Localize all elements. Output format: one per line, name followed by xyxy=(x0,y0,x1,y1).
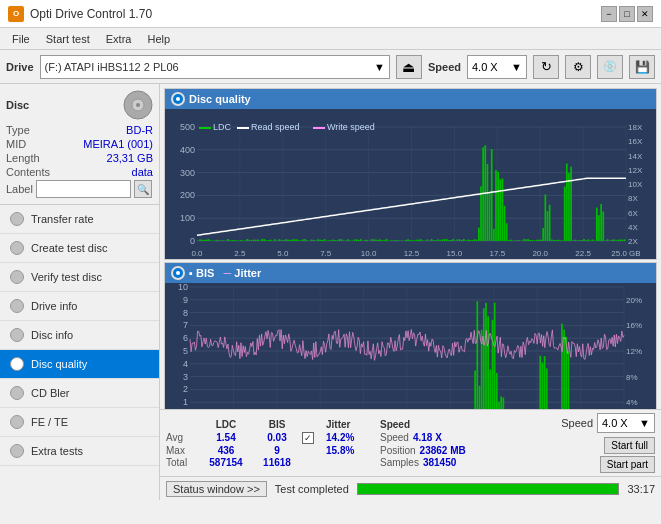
sidebar-item-disc-quality-label: Disc quality xyxy=(31,358,87,370)
sidebar-item-drive-info[interactable]: Drive info xyxy=(0,292,159,321)
status-time: 33:17 xyxy=(627,483,655,495)
drive-info-icon xyxy=(8,297,26,315)
menu-help[interactable]: Help xyxy=(139,31,178,47)
disc-panel-title: Disc xyxy=(6,99,29,111)
status-text: Test completed xyxy=(275,483,349,495)
titlebar-left: O Opti Drive Control 1.70 xyxy=(8,6,152,22)
maximize-button[interactable]: □ xyxy=(619,6,635,22)
sidebar-item-fe-te[interactable]: FE / TE xyxy=(0,408,159,437)
sidebar-item-drive-info-label: Drive info xyxy=(31,300,77,312)
speed-label: Speed xyxy=(428,61,461,73)
close-button[interactable]: ✕ xyxy=(637,6,653,22)
drive-label: Drive xyxy=(6,61,34,73)
chart-area: Disc quality ▪ BIS ─ Jitter xyxy=(160,84,661,409)
sidebar-navigation: Transfer rate Create test disc Verify te… xyxy=(0,205,159,466)
menu-start-test[interactable]: Start test xyxy=(38,31,98,47)
upper-chart-title: Disc quality xyxy=(189,93,251,105)
samples-label: Samples xyxy=(380,457,419,468)
app-icon: O xyxy=(8,6,24,22)
disc-mid-label: MID xyxy=(6,138,26,150)
total-label: Total xyxy=(166,457,196,468)
upper-chart-titlebar: Disc quality xyxy=(165,89,656,109)
avg-bis-value: 0.03 xyxy=(256,432,298,443)
sidebar-item-transfer-rate[interactable]: Transfer rate xyxy=(0,205,159,234)
sidebar: Disc Type BD-R MID MEIRA1 (001) Length xyxy=(0,84,160,500)
max-label: Max xyxy=(166,445,196,456)
status-window-button[interactable]: Status window >> xyxy=(166,481,267,497)
sidebar-item-extra-tests[interactable]: Extra tests xyxy=(0,437,159,466)
settings-button[interactable]: ⚙ xyxy=(565,55,591,79)
refresh-button[interactable]: ↻ xyxy=(533,55,559,79)
sidebar-item-extra-tests-label: Extra tests xyxy=(31,445,83,457)
menu-file[interactable]: File xyxy=(4,31,38,47)
bis-col-header: BIS xyxy=(256,419,298,430)
avg-jitter-value: 14.2% xyxy=(326,432,376,443)
main-layout: Disc Type BD-R MID MEIRA1 (001) Length xyxy=(0,84,661,500)
disc-label-row: Label 🔍 xyxy=(6,180,153,198)
extra-tests-icon xyxy=(8,442,26,460)
start-full-button[interactable]: Start full xyxy=(604,437,655,454)
titlebar: O Opti Drive Control 1.70 − □ ✕ xyxy=(0,0,661,28)
fe-te-icon xyxy=(8,413,26,431)
menubar: File Start test Extra Help xyxy=(0,28,661,50)
avg-ldc-value: 1.54 xyxy=(200,432,252,443)
speed-dropdown[interactable]: 4.0 X ▼ xyxy=(597,413,655,433)
start-part-button[interactable]: Start part xyxy=(600,456,655,473)
burn-button[interactable]: 💿 xyxy=(597,55,623,79)
disc-length-value: 23,31 GB xyxy=(107,152,153,164)
save-button[interactable]: 💾 xyxy=(629,55,655,79)
sidebar-item-verify-test-disc[interactable]: Verify test disc xyxy=(0,263,159,292)
jitter-checkbox-row: ✓ xyxy=(302,432,322,444)
position-value: 23862 MB xyxy=(420,445,466,456)
svg-point-4 xyxy=(176,97,180,101)
speed-dropdown-icon: ▼ xyxy=(511,61,522,73)
verify-test-disc-icon xyxy=(8,268,26,286)
app-title: Opti Drive Control 1.70 xyxy=(30,7,152,21)
disc-contents-label: Contents xyxy=(6,166,50,178)
sidebar-item-verify-test-disc-label: Verify test disc xyxy=(31,271,102,283)
max-jitter-value: 15.8% xyxy=(326,445,376,456)
speed-select-label: Speed xyxy=(561,417,593,429)
drive-select-text: (F:) ATAPI iHBS112 2 PL06 xyxy=(45,61,179,73)
speed-select[interactable]: 4.0 X ▼ xyxy=(467,55,527,79)
sidebar-item-fe-te-label: FE / TE xyxy=(31,416,68,428)
sidebar-item-create-test-disc[interactable]: Create test disc xyxy=(0,234,159,263)
eject-button[interactable]: ⏏ xyxy=(396,55,422,79)
sidebar-item-disc-quality[interactable]: Disc quality xyxy=(0,350,159,379)
sidebar-item-disc-info[interactable]: Disc info xyxy=(0,321,159,350)
drivebar: Drive (F:) ATAPI iHBS112 2 PL06 ▼ ⏏ Spee… xyxy=(0,50,661,84)
disc-label-label: Label xyxy=(6,183,33,195)
svg-point-2 xyxy=(136,103,140,107)
progress-bar-fill xyxy=(358,484,619,494)
disc-length-label: Length xyxy=(6,152,40,164)
svg-point-6 xyxy=(176,271,180,275)
lower-chart-canvas xyxy=(165,283,656,409)
avg-label: Avg xyxy=(166,432,196,443)
lower-chart-panel: ▪ BIS ─ Jitter xyxy=(164,262,657,409)
disc-mid-value: MEIRA1 (001) xyxy=(83,138,153,150)
max-ldc-value: 436 xyxy=(200,445,252,456)
disc-label-input[interactable] xyxy=(36,180,131,198)
disc-contents-value: data xyxy=(132,166,153,178)
disc-label-button[interactable]: 🔍 xyxy=(134,180,152,198)
sidebar-item-disc-info-label: Disc info xyxy=(31,329,73,341)
max-bis-value: 9 xyxy=(256,445,298,456)
disc-quality-chart-icon xyxy=(171,92,185,106)
disc-info-icon xyxy=(8,326,26,344)
upper-chart-panel: Disc quality xyxy=(164,88,657,260)
progress-bar xyxy=(357,483,620,495)
sidebar-item-cd-bler-label: CD Bler xyxy=(31,387,70,399)
create-test-disc-icon xyxy=(8,239,26,257)
drive-select[interactable]: (F:) ATAPI iHBS112 2 PL06 ▼ xyxy=(40,55,390,79)
lower-chart-icon xyxy=(171,266,185,280)
jitter-checkbox[interactable]: ✓ xyxy=(302,432,314,444)
menu-extra[interactable]: Extra xyxy=(98,31,140,47)
disc-length-row: Length 23,31 GB xyxy=(6,152,153,164)
transfer-rate-icon xyxy=(8,210,26,228)
speed-label: Speed xyxy=(380,432,409,443)
sidebar-item-cd-bler[interactable]: CD Bler xyxy=(0,379,159,408)
samples-value: 381450 xyxy=(423,457,456,468)
speed-value: 4.18 X xyxy=(413,432,451,443)
minimize-button[interactable]: − xyxy=(601,6,617,22)
sidebar-item-transfer-rate-label: Transfer rate xyxy=(31,213,94,225)
